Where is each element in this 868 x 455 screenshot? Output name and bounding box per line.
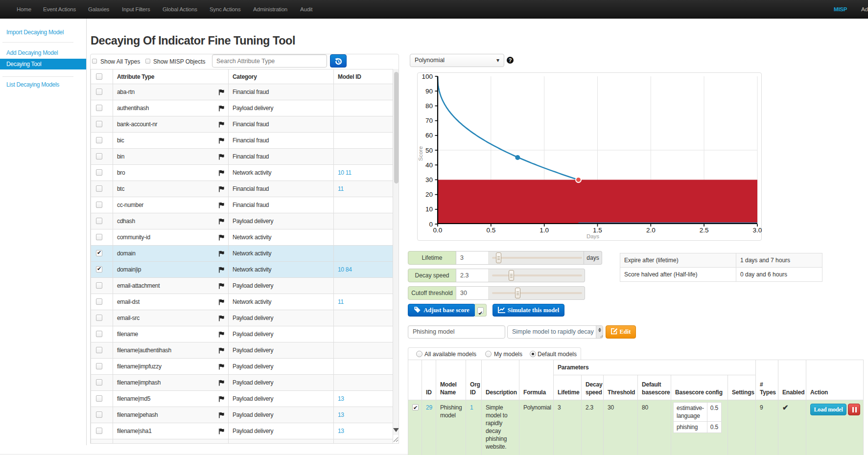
svg-text:10: 10: [425, 205, 433, 213]
svg-text:1.5: 1.5: [593, 227, 602, 234]
svg-text:2.0: 2.0: [646, 227, 656, 234]
svg-text:3.0: 3.0: [753, 227, 762, 234]
svg-text:0.0: 0.0: [433, 227, 443, 234]
svg-text:90: 90: [425, 88, 433, 95]
svg-text:0.5: 0.5: [486, 227, 495, 234]
svg-text:80: 80: [425, 102, 433, 110]
svg-text:20: 20: [425, 191, 433, 198]
svg-text:60: 60: [425, 132, 433, 139]
svg-text:2.5: 2.5: [700, 227, 709, 234]
svg-text:0: 0: [429, 221, 433, 228]
svg-text:50: 50: [425, 147, 433, 154]
svg-text:30: 30: [425, 176, 433, 183]
svg-text:40: 40: [425, 161, 433, 169]
svg-text:100: 100: [422, 73, 433, 80]
svg-text:70: 70: [425, 117, 433, 124]
svg-text:Score: Score: [418, 146, 423, 161]
svg-text:1.0: 1.0: [540, 227, 549, 234]
svg-text:Days: Days: [586, 233, 599, 239]
